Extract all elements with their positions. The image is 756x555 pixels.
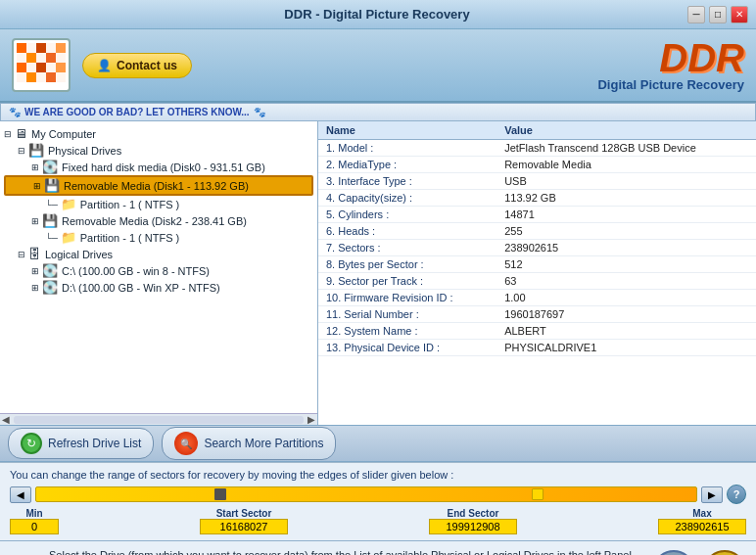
bottom-toolbar: ↻ Refresh Drive List 🔍 Search More Parti… [0, 425, 756, 462]
detail-name-cell: 12. System Name : [318, 323, 496, 340]
drive-icon: 📁 [61, 197, 76, 211]
detail-name-cell: 7. Sectors : [318, 240, 496, 256]
tree-expand-icon: ⊟ [18, 146, 25, 156]
detail-value-cell: PHYSICALDRIVE1 [496, 340, 756, 356]
window-controls: ─ □ ✕ [687, 6, 748, 23]
tree-expand-icon: └─ [45, 233, 58, 243]
detail-value-cell: 512 [496, 256, 756, 273]
detail-name-cell: 11. Serial Number : [318, 306, 496, 323]
logo-cell [56, 72, 66, 82]
table-row: 5. Cylinders :14871 [318, 207, 756, 223]
logo-cell [26, 63, 36, 72]
close-button[interactable]: ✕ [731, 6, 748, 23]
tree-item[interactable]: └─ 📁Partition - 1 ( NTFS ) [4, 229, 313, 246]
table-row: 8. Bytes per Sector :512 [318, 256, 756, 273]
tree-item[interactable]: ⊟ 🗄Logical Drives [4, 246, 313, 262]
slider-thumb-right[interactable] [532, 488, 543, 500]
tree-item-label: Physical Drives [48, 145, 121, 157]
detail-value-cell: 238902615 [496, 240, 756, 256]
drive-tree[interactable]: ⊟ 🖥My Computer⊟ 💾Physical Drives⊞ 💽Fixed… [0, 121, 317, 413]
drive-icon: 💽 [42, 263, 58, 278]
sector-label: You can change the range of sectors for … [10, 469, 746, 481]
tree-item[interactable]: ⊟ 💾Physical Drives [4, 142, 313, 159]
tree-item[interactable]: ⊞ 💽Fixed hard disk media (Disk0 - 931.51… [4, 159, 313, 175]
logo-cell [36, 43, 46, 53]
tree-expand-icon: ⊞ [31, 162, 39, 172]
detail-value-cell: 63 [496, 273, 756, 290]
logo-cell [26, 53, 36, 63]
sector-values: Min 0 Start Sector 16168027 End Sector 1… [10, 508, 746, 534]
table-row: 2. MediaType :Removable Media [318, 157, 756, 173]
contact-icon: 👤 [97, 59, 112, 72]
table-row: 3. Interface Type :USB [318, 173, 756, 190]
table-row: 11. Serial Number :1960187697 [318, 306, 756, 323]
rating-text: WE ARE GOOD OR BAD? LET OTHERS KNOW... [24, 107, 250, 117]
app-header: 👤 Contact us DDR Digital Picture Recover… [0, 29, 756, 103]
logo-cell [26, 43, 36, 53]
tree-item-label: Partition - 1 ( NTFS ) [80, 232, 179, 244]
search-partitions-button[interactable]: 🔍 Search More Partitions [162, 427, 336, 460]
table-row: 9. Sector per Track :63 [318, 273, 756, 290]
detail-name-cell: 2. MediaType : [318, 157, 496, 173]
logo-cell [46, 72, 56, 82]
refresh-button[interactable]: ↻ Refresh Drive List [8, 428, 154, 459]
detail-name-cell: 3. Interface Type : [318, 173, 496, 190]
tree-item-label: Logical Drives [45, 249, 113, 260]
refresh-icon: ↻ [21, 433, 42, 454]
tree-expand-icon: ⊞ [31, 266, 39, 276]
logo-cell [46, 63, 56, 72]
slider-thumb-left[interactable] [214, 488, 226, 500]
detail-name-cell: 6. Heads : [318, 223, 496, 240]
drive-icon: 💾 [28, 143, 44, 158]
tree-item-label: My Computer [31, 128, 96, 140]
drive-icon: 🖥 [15, 126, 27, 141]
logo-cell [56, 43, 66, 53]
sector-slider[interactable] [35, 486, 697, 502]
info-bar: i Select the Drive (from which you want … [0, 540, 756, 555]
drive-icon: 💾 [44, 178, 60, 193]
detail-value-cell: ALBERT [496, 323, 756, 340]
tree-item[interactable]: ⊟ 🖥My Computer [4, 125, 313, 142]
logo-cell [46, 43, 56, 53]
minimize-button[interactable]: ─ [687, 6, 705, 23]
tree-expand-icon: ⊞ [31, 283, 39, 293]
detail-name-cell: 1. Model : [318, 140, 496, 157]
detail-value-cell: 255 [496, 223, 756, 240]
slider-left-btn[interactable]: ◀ [10, 486, 31, 503]
detail-value-cell: Removable Media [496, 157, 756, 173]
title-bar: DDR - Digital Picture Recovery ─ □ ✕ [0, 0, 756, 29]
tree-item-label: D:\ (100.00 GB - Win XP - NTFS) [62, 282, 220, 294]
contact-button[interactable]: 👤 Contact us [82, 53, 192, 78]
detail-value-cell: 1.00 [496, 290, 756, 306]
table-row: 6. Heads :255 [318, 223, 756, 240]
brand-name: DDR [597, 38, 744, 77]
tree-item-label: Partition - 1 ( NTFS ) [80, 199, 179, 210]
restore-button[interactable]: □ [709, 6, 727, 23]
logo-cell [46, 53, 56, 63]
slider-right-btn[interactable]: ▶ [701, 486, 723, 503]
horizontal-scrollbar[interactable]: ◀ ▶ [0, 413, 317, 425]
info-text: Select the Drive (from which you want to… [49, 547, 644, 555]
logo-cell [26, 72, 36, 82]
tree-expand-icon: ⊞ [33, 181, 41, 191]
tree-item[interactable]: ⊞ 💾Removable Media (Disk2 - 238.41 GB) [4, 212, 313, 229]
detail-name-cell: 8. Bytes per Sector : [318, 256, 496, 273]
next-button[interactable]: ▶ [703, 550, 746, 555]
tree-item-label: Fixed hard disk media (Disk0 - 931.51 GB… [62, 162, 265, 173]
tree-item[interactable]: └─ 📁Partition - 1 ( NTFS ) [4, 196, 313, 212]
help-button[interactable]: ? [727, 485, 746, 504]
table-row: 4. Capacity(size) :113.92 GB [318, 190, 756, 207]
tree-item[interactable]: ⊞ 💾Removable Media (Disk1 - 113.92 GB) [4, 175, 313, 196]
logo-cell [17, 72, 26, 82]
table-row: 12. System Name :ALBERT [318, 323, 756, 340]
table-row: 7. Sectors :238902615 [318, 240, 756, 256]
search-partitions-icon: 🔍 [174, 432, 198, 455]
tree-item[interactable]: ⊞ 💽D:\ (100.00 GB - Win XP - NTFS) [4, 279, 313, 296]
tree-item[interactable]: ⊞ 💽C:\ (100.00 GB - win 8 - NTFS) [4, 262, 313, 279]
logo-cell [36, 53, 46, 63]
back-button[interactable]: ◀ [652, 550, 695, 555]
tree-expand-icon: ⊟ [4, 129, 12, 139]
logo-cell [17, 63, 26, 72]
detail-name-cell: 13. Physical Device ID : [318, 340, 496, 356]
col-value-header: Value [496, 121, 756, 140]
